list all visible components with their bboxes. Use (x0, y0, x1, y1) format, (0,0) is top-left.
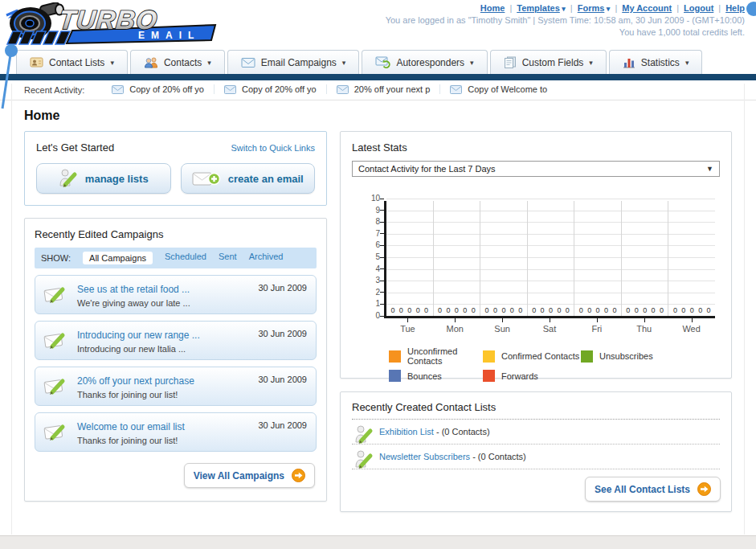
envelope-pencil-icon (43, 420, 67, 445)
campaign-item[interactable]: Welcome to our email listThanks for join… (35, 412, 317, 452)
campaign-item[interactable]: 20% off your next purchaseThanks for joi… (35, 367, 317, 406)
show-label: SHOW: (41, 253, 71, 263)
campaign-list: See us at the retail food ...We're givin… (35, 275, 317, 452)
chevron-down-icon: ▾ (560, 5, 566, 13)
nav-separator: | (509, 3, 512, 13)
nav-link-home[interactable]: Home (480, 3, 505, 13)
legend-label: Forwards (501, 371, 538, 381)
contact-list-count: - (0 Contacts) (434, 427, 490, 436)
recent-activity-items: Copy of 20% off yoCopy of 20% off yo20% … (102, 84, 557, 96)
data-label: 0 (446, 306, 450, 314)
campaign-filter-scheduled[interactable]: Scheduled (165, 252, 206, 264)
campaign-title-link[interactable]: Introducing our new range ... (77, 330, 200, 341)
data-label: 0 (485, 306, 489, 314)
campaign-item[interactable]: Introducing our new range ...Introducing… (35, 321, 317, 360)
nav-link-help[interactable]: Help (725, 3, 745, 13)
see-all-contact-lists-label: See All Contact Lists (595, 484, 690, 495)
logo-turbo-text: TURBO (58, 5, 159, 35)
data-label: 0 (587, 306, 591, 314)
chart-category-groups: 00000000000000000000000000000000000 (386, 201, 715, 316)
data-label: 0 (549, 306, 553, 314)
chart-category-group: 00000 (574, 201, 622, 316)
nav-link-templates[interactable]: Templates (517, 3, 560, 13)
chart-category-group: 00000 (622, 201, 669, 316)
chart-data-labels: 00000 (386, 306, 433, 314)
tab-contact-lists[interactable]: Contact Lists▾ (16, 50, 128, 74)
campaign-filter-all-campaigns[interactable]: All Campaigns (83, 252, 153, 264)
campaign-title-link[interactable]: 20% off your next purchase (77, 375, 194, 387)
tab-label: Autoresponders (396, 57, 464, 68)
data-label: 0 (566, 306, 570, 314)
chart-x-tick (644, 318, 645, 322)
legend-label: Unsubscribes (599, 351, 653, 361)
data-label: 0 (652, 306, 656, 314)
recent-activity-item[interactable]: Copy of 20% off yo (102, 84, 214, 94)
chart-x-tick (597, 318, 598, 322)
data-label: 0 (510, 306, 514, 314)
turbo-email-logo: EMAIL TURBO (3, 2, 219, 51)
data-label: 0 (407, 306, 411, 314)
recent-activity-item[interactable]: Copy of 20% off yo (214, 84, 326, 94)
campaign-subtitle: Thanks for joining our list! (77, 390, 239, 399)
nav-link-my-account[interactable]: My Account (622, 3, 672, 13)
manage-lists-button[interactable]: manage lists (36, 163, 171, 194)
tab-statistics[interactable]: Statistics▾ (609, 50, 703, 74)
tab-contacts[interactable]: Contacts▾ (130, 50, 225, 74)
stats-period-select[interactable]: Contact Activity for the Last 7 Days ▼ (352, 161, 720, 177)
contact-list-item[interactable]: Exhibition List - (0 Contacts) (352, 420, 720, 445)
chart-x-tick-label: Tue (384, 318, 431, 334)
nav-link-logout[interactable]: Logout (684, 3, 713, 13)
recent-activity-bar: Recent Activity: Copy of 20% off yoCopy … (0, 80, 756, 100)
latest-stats-panel: Latest Stats Contact Activity for the La… (340, 131, 732, 379)
envelope-plus-icon (192, 170, 221, 188)
chart-y-tick (380, 292, 384, 293)
tab-label: Contacts (164, 57, 202, 68)
chevron-down-icon: ▾ (207, 59, 211, 67)
campaign-filter-sent[interactable]: Sent (219, 252, 237, 264)
campaign-item[interactable]: See us at the retail food ...We're givin… (35, 275, 317, 314)
chart-category-group: 00000 (528, 201, 575, 316)
tab-custom-fields[interactable]: Custom Fields▾ (490, 50, 607, 74)
tab-email-campaigns[interactable]: Email Campaigns▾ (227, 50, 360, 74)
switch-quick-links-link[interactable]: Switch to Quick Links (231, 143, 315, 153)
recent-activity-item[interactable]: Copy of Welcome to (439, 84, 557, 94)
email-campaigns-icon (241, 57, 255, 68)
data-label: 0 (399, 306, 403, 314)
nav-link-forms[interactable]: Forms (578, 3, 605, 13)
main-content: Home Let's Get Started Switch to Quick L… (0, 100, 756, 512)
person-pencil-icon (354, 449, 374, 472)
contact-list-link[interactable]: Newsletter Subscribers (379, 452, 470, 461)
campaigns-panel: Recently Edited Campaigns SHOW: All Camp… (24, 218, 327, 502)
contact-list-link[interactable]: Exhibition List (379, 427, 434, 436)
see-all-contact-lists-button[interactable]: See All Contact Lists (585, 477, 721, 502)
campaign-filters: All CampaignsScheduledSentArchived (83, 252, 283, 264)
help-bubble-icon[interactable] (746, 2, 756, 16)
turbo-logo-graphic: EMAIL TURBO (3, 2, 219, 47)
legend-item: Confirmed Contacts (483, 346, 581, 366)
chart-data-labels: 00000 (480, 306, 527, 314)
legend-item: Unsubscribes (581, 346, 720, 366)
x-label-text: Sun (494, 324, 510, 334)
contact-list-item[interactable]: Newsletter Subscribers - (0 Contacts) (352, 445, 720, 469)
person-pencil-icon (354, 424, 374, 447)
x-label-text: Mon (447, 324, 464, 334)
campaign-title-link[interactable]: See us at the retail food ... (77, 284, 190, 295)
chart-x-tick (455, 318, 456, 322)
create-an-email-button[interactable]: create an email (181, 163, 316, 194)
campaign-filter-archived[interactable]: Archived (249, 252, 284, 264)
chart-x-tick-label: Thu (620, 318, 668, 334)
data-label: 0 (660, 306, 664, 314)
campaign-title-link[interactable]: Welcome to our email list (77, 421, 185, 432)
chevron-down-icon: ▾ (342, 59, 346, 67)
recent-activity-item[interactable]: 20% off your next p (326, 84, 440, 94)
tab-autoresponders[interactable]: Autoresponders▾ (362, 50, 487, 74)
page-title: Home (24, 109, 732, 123)
nav-separator: | (570, 3, 573, 13)
campaign-subtitle: Introducing our new Italia ... (77, 344, 239, 354)
header-right: Home|Templates ▾|Forms ▾|My Account|Logo… (386, 3, 745, 37)
footer-bar (0, 535, 756, 549)
view-all-campaigns-button[interactable]: View All Campaigns (184, 463, 315, 488)
chart-y-tick (380, 304, 384, 305)
x-label-text: Sat (543, 324, 557, 334)
chevron-down-icon: ▼ (706, 165, 713, 173)
